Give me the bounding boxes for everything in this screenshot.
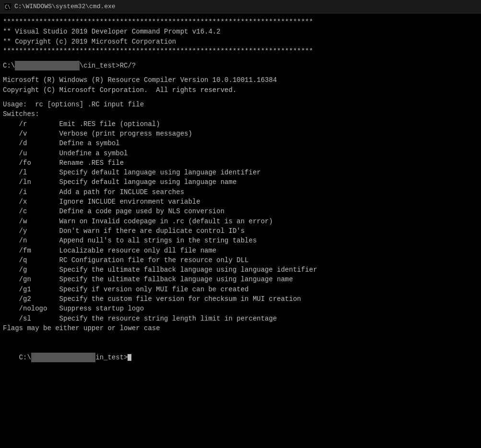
terminal: ****************************************… bbox=[0, 13, 481, 448]
bottom-prompt-prefix: C:\ bbox=[19, 354, 31, 361]
bottom-prompt-line: C:\ in_test> bbox=[3, 343, 478, 372]
header-line-3: ** Copyright (c) 2019 Microsoft Corporat… bbox=[3, 37, 478, 46]
title-bar: C\ C:\WINDOWS\system32\cmd.exe bbox=[0, 0, 481, 13]
switch-line-3: /u Undefine a symbol bbox=[3, 149, 478, 158]
compiler-line-2: Copyright (C) Microsoft Corporation. All… bbox=[3, 85, 478, 95]
switch-line-18: /g2 Specify the custom file version for … bbox=[3, 294, 478, 304]
switch-line-20: /sl Specify the resource string length l… bbox=[3, 314, 478, 323]
prompt-command: C:\ \cin_test>RC/? bbox=[3, 61, 478, 70]
prompt-prefix: C:\ bbox=[3, 62, 15, 69]
header-line-2: ** Visual Studio 2019 Developer Command … bbox=[3, 27, 478, 36]
switch-line-7: /i Add a path for INCLUDE searches bbox=[3, 187, 478, 197]
cursor bbox=[128, 354, 131, 361]
redacted-path bbox=[15, 61, 79, 70]
switch-line-12: /n Append null's to all strings in the s… bbox=[3, 236, 478, 245]
switches-label: Switches: bbox=[3, 109, 478, 119]
usage-line: Usage: rc [options] .RC input file bbox=[3, 100, 478, 109]
prompt-suffix: \cin_test>RC/? bbox=[80, 62, 136, 69]
switch-line-17: /g1 Specify if version only MUI file can… bbox=[3, 285, 478, 294]
switch-line-1: /v Verbose (print progress messages) bbox=[3, 129, 478, 138]
cmd-icon: C\ bbox=[4, 3, 12, 11]
svg-text:C\: C\ bbox=[5, 4, 11, 10]
switch-line-19: /nologo Suppress startup logo bbox=[3, 304, 478, 313]
title-bar-text: C:\WINDOWS\system32\cmd.exe bbox=[14, 3, 477, 10]
switch-line-14: /q RC Configuration file for the resourc… bbox=[3, 255, 478, 265]
header-line-1: ****************************************… bbox=[3, 17, 478, 27]
compiler-line-1: Microsoft (R) Windows (R) Resource Compi… bbox=[3, 75, 478, 85]
switch-line-10: /w Warn on Invalid codepage in .rc (defa… bbox=[3, 217, 478, 226]
switch-line-16: /gn Specify the ultimate fallback langua… bbox=[3, 275, 478, 284]
header-line-4: ****************************************… bbox=[3, 46, 478, 56]
switch-line-8: /x Ignore INCLUDE environment variable bbox=[3, 197, 478, 207]
switch-line-9: /c Define a code page used by NLS conver… bbox=[3, 207, 478, 216]
switches-list: /r Emit .RES file (optional) /v Verbose … bbox=[3, 119, 478, 323]
flags-note: Flags may be either upper or lower case bbox=[3, 323, 478, 333]
switch-line-11: /y Don't warn if there are duplicate con… bbox=[3, 226, 478, 236]
switch-line-0: /r Emit .RES file (optional) bbox=[3, 119, 478, 129]
switch-line-4: /fo Rename .RES file bbox=[3, 158, 478, 168]
bottom-prompt-text: in_test> bbox=[95, 354, 128, 361]
switch-line-15: /g Specify the ultimate fallback languag… bbox=[3, 265, 478, 275]
switch-line-6: /ln Specify default language using langu… bbox=[3, 177, 478, 187]
bottom-redacted bbox=[31, 353, 95, 362]
switch-line-5: /l Specify default language using langua… bbox=[3, 168, 478, 177]
switch-line-2: /d Define a symbol bbox=[3, 138, 478, 148]
switch-line-13: /fm Localizable resource only dll file n… bbox=[3, 246, 478, 255]
